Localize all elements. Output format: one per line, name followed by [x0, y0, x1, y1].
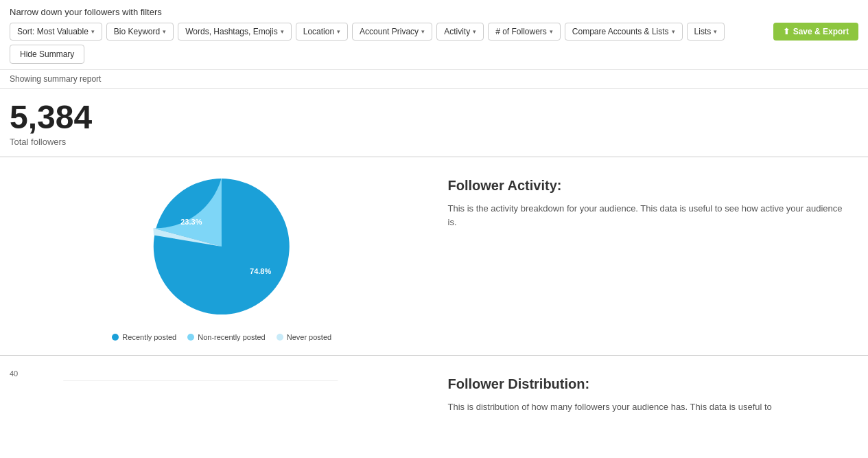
legend-label: Recently posted	[122, 333, 176, 341]
save-icon: ⬆	[783, 27, 790, 36]
chevron-down-icon: ▾	[550, 28, 553, 35]
legend-item: Recently posted	[112, 333, 176, 341]
summary-status: Showing summary report	[0, 70, 868, 89]
filter-btn-account-privacy[interactable]: Account Privacy▾	[352, 23, 432, 41]
pie-chart-section: 74.8% 23.3% Recently posted Non-recently…	[10, 171, 434, 341]
bar-chart-section: 40	[10, 369, 434, 437]
distribution-info-section: Follower Distribution: This is distribut…	[434, 369, 859, 437]
stats-section: 5,384 Total followers	[0, 89, 868, 157]
save-export-button[interactable]: ⬆ Save & Export	[773, 23, 858, 41]
chevron-down-icon: ▾	[421, 28, 425, 35]
follower-activity-desc: This is the activity breakdown for your …	[448, 202, 845, 229]
filter-label-location: Location	[303, 27, 334, 36]
filter-btn-sort[interactable]: Sort: Most Valuable▾	[10, 23, 102, 41]
bar-chart-y-label: 40	[10, 369, 434, 378]
summary-status-text: Showing summary report	[10, 74, 101, 84]
legend-label: Non-recently posted	[198, 333, 265, 341]
save-export-label: Save & Export	[793, 27, 849, 36]
chevron-down-icon: ▾	[163, 28, 166, 35]
total-followers-label: Total followers	[10, 137, 858, 147]
filter-label-words-hashtags: Words, Hashtags, Emojis	[185, 27, 278, 36]
filter-label-activity: Activity	[444, 27, 470, 36]
filter-btn-bio-keyword[interactable]: Bio Keyword▾	[106, 23, 174, 41]
chevron-down-icon: ▾	[473, 28, 476, 35]
filter-label-bio-keyword: Bio Keyword	[114, 27, 160, 36]
legend-dot	[187, 334, 194, 341]
chevron-down-icon: ▾	[281, 28, 284, 35]
filter-btn-words-hashtags[interactable]: Words, Hashtags, Emojis▾	[178, 23, 292, 41]
distribution-title: Follower Distribution:	[448, 376, 845, 392]
page-title: Narrow down your followers with filters	[10, 7, 858, 17]
legend-dot	[112, 334, 119, 341]
filter-btn-activity[interactable]: Activity▾	[436, 23, 484, 41]
chevron-down-icon: ▾	[91, 28, 95, 35]
pie-legend: Recently posted Non-recently posted Neve…	[112, 333, 331, 341]
follower-activity-section: 74.8% 23.3% Recently posted Non-recently…	[0, 157, 868, 356]
legend-dot	[277, 334, 283, 341]
bar-chart-svg	[10, 380, 392, 435]
pie-chart-svg	[146, 171, 297, 322]
filter-label-num-followers: # of Followers	[495, 27, 547, 36]
pie-chart-container: 74.8% 23.3%	[146, 171, 297, 322]
top-bar: Narrow down your followers with filters …	[0, 0, 868, 70]
filter-label-compare-accounts: Compare Accounts & Lists	[572, 27, 669, 36]
filters-row: Sort: Most Valuable▾Bio Keyword▾Words, H…	[10, 23, 858, 64]
legend-item: Never posted	[277, 333, 331, 341]
chevron-down-icon: ▾	[337, 28, 340, 35]
filter-label-account-privacy: Account Privacy	[360, 27, 419, 36]
filter-btn-location[interactable]: Location▾	[296, 23, 348, 41]
legend-item: Non-recently posted	[187, 333, 265, 341]
hide-summary-button[interactable]: Hide Summary	[10, 45, 84, 64]
filter-btn-num-followers[interactable]: # of Followers▾	[488, 23, 561, 41]
distribution-desc: This is distribution of how many followe…	[448, 400, 845, 414]
filter-btn-lists[interactable]: Lists▾	[687, 23, 725, 41]
legend-label: Never posted	[287, 333, 331, 341]
chevron-down-icon: ▾	[672, 28, 675, 35]
activity-info-section: Follower Activity: This is the activity …	[434, 171, 859, 341]
total-followers-number: 5,384	[10, 101, 858, 134]
filter-btn-compare-accounts[interactable]: Compare Accounts & Lists▾	[565, 23, 683, 41]
follower-distribution-section: 40 Follower Distribution: This is distri…	[0, 356, 868, 451]
chevron-down-icon: ▾	[714, 28, 717, 35]
filter-label-sort: Sort: Most Valuable	[17, 27, 89, 36]
pie-slice-recently-posted	[154, 179, 290, 314]
follower-activity-title: Follower Activity:	[448, 178, 845, 194]
filter-label-lists: Lists	[694, 27, 712, 36]
hide-summary-label: Hide Summary	[20, 49, 74, 59]
